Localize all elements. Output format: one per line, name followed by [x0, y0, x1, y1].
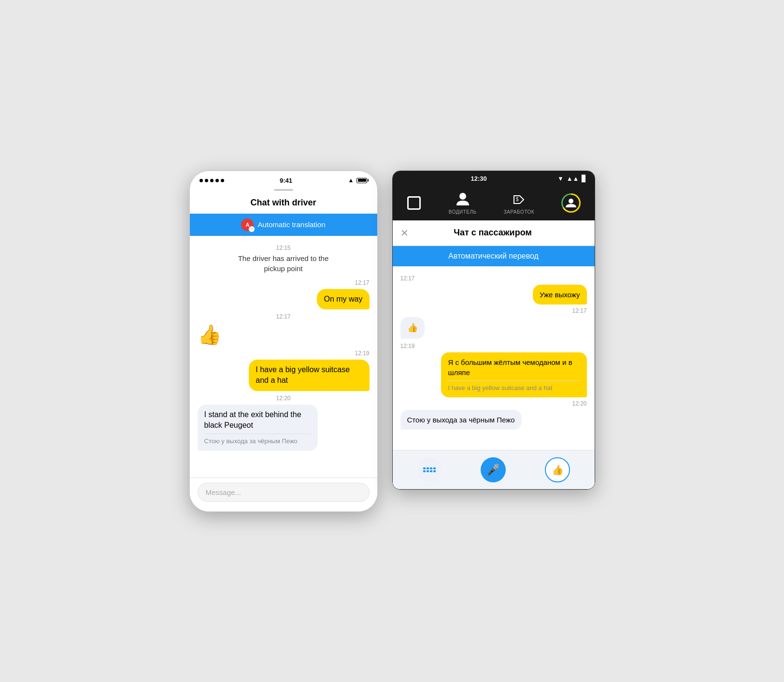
android-ts-3: 12:19: [400, 343, 587, 349]
android-keyboard-button[interactable]: [417, 457, 442, 482]
mic-icon: 🎤: [487, 464, 500, 476]
android-nav-avatar[interactable]: [561, 193, 581, 213]
ios-signal-dots: [200, 179, 224, 182]
svg-point-2: [569, 199, 573, 203]
avatar-inner: [563, 195, 579, 211]
battery-fill: [358, 179, 366, 182]
android-bubble-sent-2: Я с большим жёлтым чемоданом и в шляпе I…: [441, 352, 586, 397]
ios-input-placeholder: Message...: [206, 488, 241, 496]
ios-timestamp-3: 12:17: [198, 313, 370, 320]
key-dot-4: [433, 467, 436, 469]
ios-translation-label: Automatic translation: [257, 220, 325, 229]
android-time: 12:30: [471, 175, 487, 182]
android-msg-row-recv-2: Стою у выхода за чёрным Пежо: [400, 410, 587, 430]
android-msg-row-sent-1: Уже выхожу: [400, 285, 587, 305]
signal-dot-2: [205, 179, 208, 182]
ios-bubble-sent-2: I have a big yellow suitcase and a hat: [249, 360, 369, 391]
android-bars-icon: ▲▲: [567, 175, 579, 182]
android-status-icons: ▼ ▲▲ ▊: [557, 175, 587, 182]
translation-badge: ↔: [249, 226, 255, 232]
ios-emoji-thumb: 👍: [198, 323, 222, 346]
android-msg-text-recv-2: Стою у выхода за чёрным Пежо: [407, 416, 515, 424]
android-msg-row-recv-1: 👍: [400, 317, 587, 339]
android-bubble-recv-2: Стою у выхода за чёрным Пежо: [400, 410, 522, 430]
android-close-button[interactable]: ✕: [400, 227, 409, 239]
ios-msg-text-sent-2: I have a big yellow suitcase and a hat: [256, 365, 350, 384]
ios-timestamp-2: 12:17: [198, 279, 370, 286]
android-input-bar: 🎤 👍: [393, 450, 595, 489]
translation-icon: A ↔: [241, 218, 254, 231]
android-signal-icon: ▼: [557, 175, 564, 182]
android-nav-driver[interactable]: ВОДИТЕЛЬ: [449, 192, 477, 215]
stop-square: [407, 196, 421, 210]
signal-dot-1: [200, 179, 203, 182]
signal-dot-4: [215, 179, 219, 182]
android-bubble-recv-1: 👍: [400, 317, 425, 339]
key-dot-6: [427, 470, 429, 472]
ios-msg-text-sent-1: On my way: [324, 295, 362, 303]
ios-system-msg: The driver has arrived to thepickup poin…: [198, 253, 370, 274]
drag-indicator: [190, 187, 377, 193]
android-status-bar: 12:30 ▼ ▲▲ ▊: [393, 171, 595, 186]
android-phone: 12:30 ▼ ▲▲ ▊: [392, 171, 595, 490]
android-msg-text-sent-1: Уже выхожу: [540, 290, 580, 299]
ios-input-bar: Message...: [190, 478, 377, 511]
wifi-icon: ▲: [348, 177, 354, 184]
android-nav-bar: ВОДИТЕЛЬ $ ЗАРАБОТОК: [393, 186, 595, 220]
ios-messages-container: 12:15 The driver has arrived to thepicku…: [190, 236, 377, 478]
android-nav-stop[interactable]: [406, 195, 422, 211]
ios-bubble-sent-1: On my way: [317, 289, 369, 309]
signal-dot-3: [210, 179, 214, 182]
android-msg-text-sent-2: Я с большим жёлтым чемоданом и в шляпе: [448, 358, 572, 377]
android-chat-title: Чат с пассажиром: [414, 228, 571, 238]
android-battery-icon: ▊: [582, 175, 586, 182]
android-translation-bar[interactable]: Автоматический перевод: [393, 246, 595, 266]
stop-icon: [406, 195, 422, 211]
ios-translation-bar[interactable]: A ↔ Automatic translation: [190, 214, 377, 236]
android-ts-1: 12:17: [400, 275, 587, 282]
ios-translation-sub-1: Стою у выхода за чёрным Пежо: [204, 434, 311, 446]
ios-status-right: ▲: [348, 177, 368, 184]
android-thumbup-button[interactable]: 👍: [545, 457, 570, 482]
key-dot-5: [423, 470, 426, 472]
ios-time: 9:41: [280, 177, 292, 184]
drag-bar: [274, 189, 293, 191]
ios-timestamp-1: 12:15: [198, 245, 370, 251]
key-dot-2: [427, 467, 429, 469]
ios-timestamp-5: 12:20: [198, 395, 370, 402]
android-nav-earnings-label: ЗАРАБОТОК: [504, 209, 534, 215]
android-emoji-thumb: 👍: [407, 323, 418, 333]
driver-icon: [455, 192, 470, 207]
ios-bubble-recv-2: I stand at the exit behind the black Peu…: [198, 405, 318, 451]
battery-icon: [356, 178, 367, 183]
android-nav-earnings[interactable]: $ ЗАРАБОТОК: [504, 192, 534, 215]
key-dot-7: [430, 470, 432, 472]
android-nav-driver-label: ВОДИТЕЛЬ: [449, 209, 477, 215]
ios-timestamp-4: 12:19: [198, 350, 370, 357]
signal-dot-5: [221, 179, 224, 182]
android-chat-content: ✕ Чат с пассажиром Автоматический перево…: [393, 220, 595, 489]
screens-container: 9:41 ▲ Chat with driver A ↔ Automatic tr…: [189, 171, 595, 512]
thumbup-icon: 👍: [552, 464, 564, 476]
key-dot-3: [430, 467, 432, 469]
ios-msg-row-sent-1: On my way: [198, 289, 370, 309]
android-msg-row-sent-2: Я с большим жёлтым чемоданом и в шляпе I…: [400, 352, 587, 397]
ios-msg-row-recv-1: 👍: [198, 323, 370, 346]
android-ts-4: 12:20: [400, 400, 587, 407]
earnings-icon: $: [511, 192, 527, 207]
ios-phone: 9:41 ▲ Chat with driver A ↔ Automatic tr…: [189, 171, 378, 512]
android-chat-header: ✕ Чат с пассажиром: [393, 220, 595, 246]
translation-icon-text: A: [245, 222, 249, 228]
svg-point-0: [459, 193, 466, 200]
android-ts-2: 12:17: [400, 307, 587, 314]
keyboard-icon: [423, 467, 436, 472]
android-translation-sub-1: I have a big yellow suitcase and a hat: [448, 380, 580, 392]
android-bubble-sent-1: Уже выхожу: [533, 285, 587, 305]
key-dot-1: [423, 467, 426, 469]
android-messages-container: 12:17 Уже выхожу 12:17 👍 12:19: [393, 266, 595, 450]
ios-msg-text-recv-2: I stand at the exit behind the black Peu…: [204, 410, 301, 429]
key-dot-8: [433, 470, 436, 472]
ios-message-input[interactable]: Message...: [198, 483, 370, 502]
android-mic-button[interactable]: 🎤: [481, 457, 506, 482]
svg-text:$: $: [516, 197, 519, 202]
